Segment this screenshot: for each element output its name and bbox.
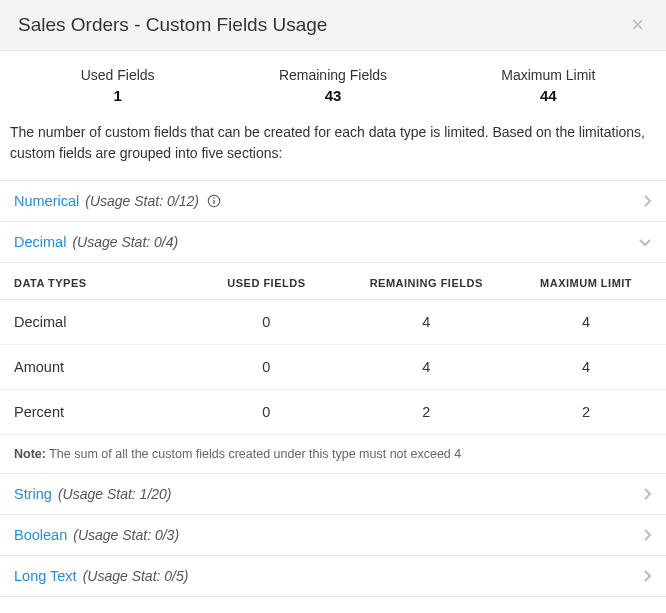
chevron-right-icon (642, 528, 652, 542)
section-name: Long Text (14, 568, 77, 584)
dialog-title: Sales Orders - Custom Fields Usage (18, 14, 327, 36)
note-text: The sum of all the custom fields created… (46, 447, 461, 461)
cell-remaining: 4 (346, 345, 506, 390)
stat-maximum-limit: Maximum Limit 44 (441, 67, 656, 104)
section-header-decimal[interactable]: Decimal (Usage Stat: 0/4) (0, 222, 666, 263)
cell-max: 4 (506, 300, 666, 345)
section-usage: (Usage Stat: 1/20) (58, 486, 172, 502)
section-header-numerical[interactable]: Numerical (Usage Stat: 0/12) (0, 181, 666, 222)
col-remaining-fields: REMAINING FIELDS (346, 263, 506, 300)
summary-stats: Used Fields 1 Remaining Fields 43 Maximu… (0, 51, 666, 122)
cell-type: Percent (0, 390, 186, 435)
data-types-table: DATA TYPES USED FIELDS REMAINING FIELDS … (0, 263, 666, 435)
cell-max: 4 (506, 345, 666, 390)
section-usage: (Usage Stat: 0/4) (72, 234, 178, 250)
section-usage: (Usage Stat: 0/5) (83, 568, 189, 584)
svg-rect-1 (213, 200, 214, 204)
custom-fields-usage-dialog: Sales Orders - Custom Fields Usage × Use… (0, 0, 666, 597)
section-title: String (Usage Stat: 1/20) (14, 486, 172, 502)
section-header-boolean[interactable]: Boolean (Usage Stat: 0/3) (0, 515, 666, 556)
col-maximum-limit: MAXIMUM LIMIT (506, 263, 666, 300)
chevron-right-icon (642, 569, 652, 583)
section-name: Decimal (14, 234, 66, 250)
cell-type: Decimal (0, 300, 186, 345)
stat-label: Maximum Limit (441, 67, 656, 83)
stat-value: 43 (225, 87, 440, 104)
cell-remaining: 4 (346, 300, 506, 345)
stat-value: 1 (10, 87, 225, 104)
table-row: Amount 0 4 4 (0, 345, 666, 390)
section-title: Decimal (Usage Stat: 0/4) (14, 234, 178, 250)
cell-type: Amount (0, 345, 186, 390)
section-list: Numerical (Usage Stat: 0/12) Decimal (Us… (0, 180, 666, 597)
cell-used: 0 (186, 345, 346, 390)
col-data-types: DATA TYPES (0, 263, 186, 300)
chevron-right-icon (642, 487, 652, 501)
section-header-long-text[interactable]: Long Text (Usage Stat: 0/5) (0, 556, 666, 597)
table-header-row: DATA TYPES USED FIELDS REMAINING FIELDS … (0, 263, 666, 300)
stat-remaining-fields: Remaining Fields 43 (225, 67, 440, 104)
cell-max: 2 (506, 390, 666, 435)
section-title: Long Text (Usage Stat: 0/5) (14, 568, 188, 584)
col-used-fields: USED FIELDS (186, 263, 346, 300)
stat-label: Used Fields (10, 67, 225, 83)
section-name: Numerical (14, 193, 79, 209)
description-text: The number of custom fields that can be … (0, 122, 666, 180)
chevron-right-icon (642, 194, 652, 208)
stat-value: 44 (441, 87, 656, 104)
dialog-header: Sales Orders - Custom Fields Usage × (0, 0, 666, 51)
section-title: Boolean (Usage Stat: 0/3) (14, 527, 179, 543)
section-name: String (14, 486, 52, 502)
cell-used: 0 (186, 390, 346, 435)
stat-used-fields: Used Fields 1 (10, 67, 225, 104)
section-note: Note: The sum of all the custom fields c… (0, 435, 666, 474)
section-title: Numerical (Usage Stat: 0/12) (14, 193, 221, 209)
cell-used: 0 (186, 300, 346, 345)
info-icon[interactable] (207, 194, 221, 208)
cell-remaining: 2 (346, 390, 506, 435)
section-name: Boolean (14, 527, 67, 543)
stat-label: Remaining Fields (225, 67, 440, 83)
table-row: Percent 0 2 2 (0, 390, 666, 435)
svg-point-2 (213, 197, 215, 199)
table-row: Decimal 0 4 4 (0, 300, 666, 345)
note-label: Note: (14, 447, 46, 461)
section-usage: (Usage Stat: 0/3) (73, 527, 179, 543)
close-button[interactable]: × (627, 14, 648, 36)
section-usage: (Usage Stat: 0/12) (85, 193, 199, 209)
chevron-down-icon (638, 237, 652, 247)
section-header-string[interactable]: String (Usage Stat: 1/20) (0, 474, 666, 515)
